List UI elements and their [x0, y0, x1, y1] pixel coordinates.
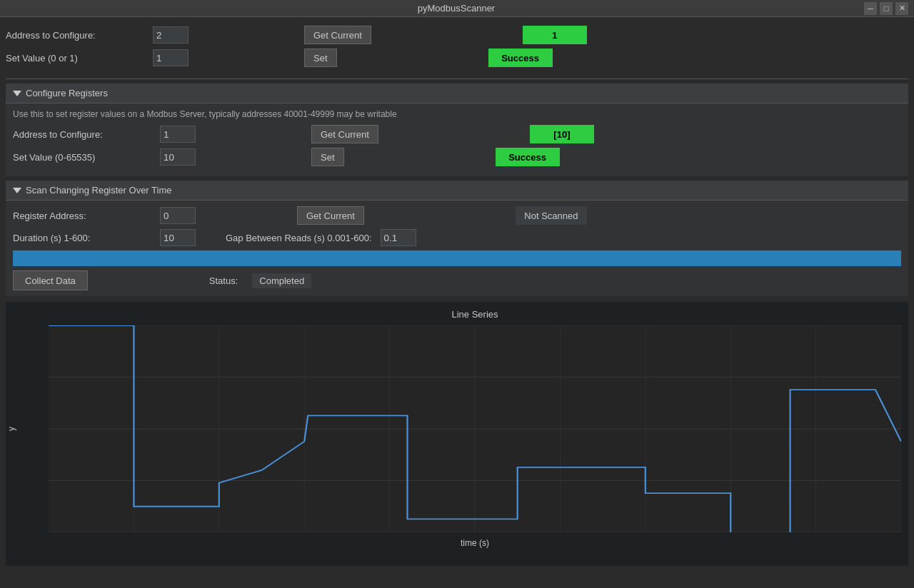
chart-container: Line Series y	[6, 302, 908, 566]
get-current-button-2[interactable]: Get Current	[311, 125, 378, 143]
set-result-2: Success	[496, 148, 560, 166]
address-input-2[interactable]	[160, 126, 196, 143]
address-input-1[interactable]	[153, 26, 189, 44]
title-bar: pyModbusScanner ─ □ ✕	[0, 0, 914, 17]
get-current-button-1[interactable]: Get Current	[304, 26, 371, 44]
duration-label: Duration (s) 1-600:	[13, 233, 156, 243]
set-result-1: Success	[488, 49, 553, 67]
progress-bar-fill	[13, 250, 901, 266]
status-label: Status:	[209, 275, 238, 286]
set-value-input-1[interactable]	[153, 49, 189, 66]
main-content: Address to Configure: Get Current 1 Set …	[0, 17, 914, 588]
collapse-icon-registers	[13, 91, 21, 96]
coil-section-top: Address to Configure: Get Current 1 Set …	[6, 23, 908, 74]
window-title: pyModbusScanner	[49, 3, 864, 14]
address-configure-row-2: Address to Configure: Get Current [10]	[13, 125, 901, 143]
gap-label: Gap Between Reads (s) 0.001-600:	[226, 233, 372, 243]
gap-input[interactable]	[381, 229, 416, 246]
set-value-label-2: Set Value (0-65535)	[13, 152, 156, 163]
y-axis-label: y	[6, 427, 16, 431]
collapse-icon-scan	[13, 188, 21, 193]
configure-registers-body: Use this to set register values on a Mod…	[6, 103, 908, 176]
chart-title: Line Series	[49, 309, 901, 320]
get-current-result-1: 1	[523, 26, 587, 44]
configure-registers-title: Configure Registers	[26, 88, 108, 98]
configure-registers-header[interactable]: Configure Registers	[6, 83, 908, 103]
register-address-row: Register Address: Get Current Not Scanne…	[13, 206, 901, 225]
register-address-input[interactable]	[160, 207, 196, 224]
status-value: Completed	[252, 273, 311, 288]
close-button[interactable]: ✕	[895, 2, 908, 15]
configure-registers-section: Configure Registers Use this to set regi…	[6, 83, 908, 176]
get-current-button-3[interactable]: Get Current	[297, 206, 364, 225]
scan-section: Scan Changing Register Over Time Registe…	[6, 181, 908, 296]
chart-area: y 116 118	[49, 325, 901, 532]
not-scanned-result: Not Scanned	[516, 206, 587, 225]
set-value-row-1: Set Value (0 or 1) Set Success	[6, 49, 908, 67]
collect-data-button[interactable]: Collect Data	[13, 270, 88, 290]
progress-bar-container	[13, 250, 901, 266]
scan-section-header[interactable]: Scan Changing Register Over Time	[6, 181, 908, 201]
set-button-2[interactable]: Set	[311, 148, 344, 166]
duration-gap-row: Duration (s) 1-600: Gap Between Reads (s…	[13, 229, 901, 246]
set-value-label-1: Set Value (0 or 1)	[6, 53, 149, 64]
registers-description: Use this to set register values on a Mod…	[13, 109, 901, 119]
scan-section-title: Scan Changing Register Over Time	[26, 185, 171, 196]
address-label-1: Address to Configure:	[6, 30, 149, 41]
window-controls[interactable]: ─ □ ✕	[864, 2, 908, 15]
address-label-2: Address to Configure:	[13, 129, 156, 140]
collect-row: Collect Data Status: Completed	[13, 270, 901, 290]
maximize-button[interactable]: □	[880, 2, 893, 15]
set-button-1[interactable]: Set	[304, 49, 337, 67]
minimize-button[interactable]: ─	[864, 2, 877, 15]
address-configure-row-1: Address to Configure: Get Current 1	[6, 26, 908, 44]
x-axis-label: time (s)	[49, 538, 901, 548]
set-value-input-2[interactable]	[160, 148, 196, 166]
chart-svg: 116 118 120 122 124 0 1 2 3 4 5 6 7 8 9	[49, 325, 901, 532]
scan-section-body: Register Address: Get Current Not Scanne…	[6, 201, 908, 296]
register-address-label: Register Address:	[13, 211, 156, 221]
set-value-row-2: Set Value (0-65535) Set Success	[13, 148, 901, 166]
get-current-result-2: [10]	[530, 125, 594, 143]
duration-input[interactable]	[160, 229, 196, 246]
